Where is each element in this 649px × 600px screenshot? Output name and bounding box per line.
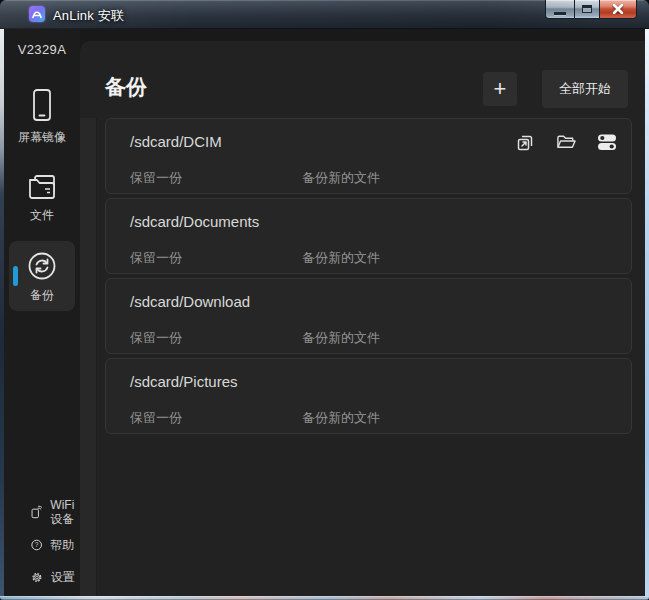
retention-label: 保留一份: [130, 329, 182, 347]
backup-mode-label: 备份新的文件: [302, 169, 380, 187]
device-name: V2329A: [4, 42, 80, 57]
card-actions: [515, 132, 617, 152]
selected-indicator: [13, 266, 18, 286]
backup-options-icon: [597, 132, 617, 152]
backup-card-download[interactable]: /sdcard/Download 保留一份 备份新的文件: [105, 278, 632, 354]
sidebar-nav: 屏幕镜像 文件: [4, 79, 80, 311]
scrollbar-track[interactable]: [80, 118, 97, 596]
backup-path: /sdcard/Documents: [130, 213, 259, 230]
window-controls: [545, 0, 637, 20]
sidebar-item-backup[interactable]: 备份: [9, 241, 75, 311]
backup-path: /sdcard/DCIM: [130, 133, 222, 150]
window-border-bottom: [0, 596, 649, 600]
app-logo-icon: [29, 6, 45, 22]
backup-card-documents[interactable]: /sdcard/Documents 保留一份 备份新的文件: [105, 198, 632, 274]
backup-panel: 备份 + 全部开始 /sdcard/DCIM 保留一份 备份新的文件: [80, 41, 645, 596]
help-icon: ?: [31, 537, 42, 553]
sidebar-item-files[interactable]: 文件: [9, 163, 75, 231]
run-backup-button[interactable]: [515, 132, 535, 152]
sidebar-item-settings[interactable]: 设置: [31, 564, 80, 590]
backup-mode-label: 备份新的文件: [302, 329, 380, 347]
backup-path: /sdcard/Pictures: [130, 373, 238, 390]
page-title: 备份: [105, 73, 147, 101]
retention-label: 保留一份: [130, 249, 182, 267]
sidebar-item-wifi-device[interactable]: WiFi设备: [31, 498, 80, 526]
backup-card-dcim[interactable]: /sdcard/DCIM 保留一份 备份新的文件: [105, 118, 632, 194]
wifi-device-icon: [31, 503, 42, 521]
backup-mode-label: 备份新的文件: [302, 249, 380, 267]
sidebar-item-help[interactable]: ? 帮助: [31, 532, 80, 558]
backup-path: /sdcard/Download: [130, 293, 250, 310]
sidebar-item-label: 设置: [51, 570, 80, 584]
app-window: AnLink 安联 V2329A 屏: [0, 0, 649, 600]
sidebar-item-label: 文件: [30, 207, 54, 224]
maximize-button[interactable]: [575, 0, 600, 19]
sidebar-item-label: 屏幕镜像: [18, 129, 66, 146]
window-border-right: [645, 29, 649, 596]
backup-list: /sdcard/DCIM 保留一份 备份新的文件: [80, 118, 645, 434]
sidebar-item-label: 帮助: [50, 538, 80, 552]
sidebar-item-label: WiFi设备: [50, 498, 80, 526]
close-button[interactable]: [600, 0, 637, 19]
minimize-icon: [554, 12, 566, 15]
panel-header: 备份 + 全部开始: [80, 41, 645, 118]
titlebar[interactable]: AnLink 安联: [0, 0, 649, 29]
add-backup-button[interactable]: +: [483, 72, 517, 106]
minimize-button[interactable]: [545, 0, 575, 19]
window-title: AnLink 安联: [53, 7, 124, 25]
close-icon: [612, 4, 624, 14]
app-body: V2329A 屏幕镜像 文件: [4, 29, 645, 596]
backup-card-pictures[interactable]: /sdcard/Pictures 保留一份 备份新的文件: [105, 358, 632, 434]
files-icon: [25, 172, 59, 202]
sidebar-bottom: WiFi设备 ? 帮助 设置: [4, 498, 80, 590]
backup-options-button[interactable]: [597, 132, 617, 152]
settings-gear-icon: [31, 569, 43, 586]
open-external-icon: [516, 133, 535, 152]
open-folder-button[interactable]: [556, 132, 576, 152]
maximize-icon: [582, 5, 592, 13]
svg-text:?: ?: [35, 541, 39, 548]
open-folder-icon: [556, 133, 576, 151]
retention-label: 保留一份: [130, 169, 182, 187]
sidebar-item-label: 备份: [30, 287, 54, 304]
sidebar-item-screen-mirror[interactable]: 屏幕镜像: [9, 79, 75, 153]
screen-mirror-icon: [30, 88, 54, 124]
backup-sync-icon: [26, 250, 58, 282]
start-all-button[interactable]: 全部开始: [542, 70, 628, 108]
retention-label: 保留一份: [130, 409, 182, 427]
backup-mode-label: 备份新的文件: [302, 409, 380, 427]
sidebar: V2329A 屏幕镜像 文件: [4, 29, 80, 596]
